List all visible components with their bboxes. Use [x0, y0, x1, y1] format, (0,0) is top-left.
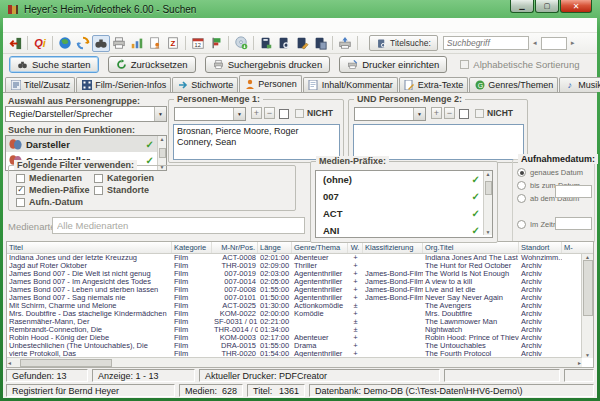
- media-types-input[interactable]: [52, 217, 305, 234]
- media-save-icon[interactable]: [257, 35, 275, 52]
- scroll-down-icon: ▼: [585, 352, 590, 358]
- status-empty-panel: [444, 369, 560, 382]
- prefix-item[interactable]: ANI ✓: [316, 222, 483, 238]
- not-checkbox-1[interactable]: [295, 109, 304, 118]
- person-group-select[interactable]: Regie/Darsteller/Sprecher▼: [5, 106, 167, 122]
- result-row[interactable]: Unbestechlichen (The Untouchables), DieF…: [7, 342, 582, 350]
- person-set-2-textarea[interactable]: [353, 124, 524, 160]
- filter-option[interactable]: Kategorien: [94, 172, 154, 184]
- scroll-right-icon: ►: [577, 360, 582, 366]
- filter-label: Aufn.-Datum: [29, 197, 83, 207]
- media-edit-icon[interactable]: [293, 35, 311, 52]
- tab-extra-texte[interactable]: Extra-Texte: [399, 77, 469, 92]
- printer-setup-button[interactable]: Drucker einrichten: [339, 56, 447, 73]
- register-z-icon[interactable]: Z: [164, 35, 182, 52]
- person-set-1-select[interactable]: ▼: [174, 107, 246, 121]
- filter-option[interactable]: Standorte: [94, 184, 154, 196]
- statistics-chart-icon[interactable]: [128, 35, 146, 52]
- result-row[interactable]: James Bond 007 - Leben und sterben lasse…: [7, 286, 582, 294]
- person-set-1-title: Personen-Menge 1:: [174, 94, 263, 104]
- tab-genres-themen[interactable]: GGenres/Themen: [469, 77, 558, 92]
- tab-personen[interactable]: Personen: [239, 75, 302, 92]
- tab-musik[interactable]: ♪Musik: [559, 77, 600, 92]
- remove-person-button-2[interactable]: −: [444, 107, 455, 119]
- title-search-button[interactable]: Titelsuche:: [369, 35, 438, 51]
- result-row[interactable]: James Bond 007 - Sag niemals nieFilm 007…: [7, 294, 582, 302]
- close-button[interactable]: ✕: [560, 0, 592, 13]
- prefix-item[interactable]: ACT ✓: [316, 205, 483, 222]
- nav-previous-icon[interactable]: ◄: [532, 40, 538, 46]
- add-person-button[interactable]: +: [251, 107, 262, 119]
- media-search-icon[interactable]: [275, 35, 293, 52]
- web-icon[interactable]: [56, 35, 74, 52]
- clear-set-button-2[interactable]: [459, 109, 469, 119]
- remove-person-button[interactable]: −: [264, 107, 275, 119]
- clear-set-button[interactable]: [279, 109, 289, 119]
- print-preview-icon[interactable]: [336, 35, 354, 52]
- tab-inhalt-kommentar[interactable]: Inhalt/Kommentar: [303, 77, 398, 92]
- results-header[interactable]: TitelKategorie M-Nr/Pos.Länge Genre/Them…: [7, 242, 594, 254]
- person-set-1-textarea[interactable]: Brosnan, Pierce Moore, Roger Connery, Se…: [173, 124, 340, 160]
- print-results-button[interactable]: Suchergebnis drucken: [205, 56, 331, 73]
- filter-checkbox[interactable]: [94, 174, 103, 183]
- prefix-item[interactable]: (ohne) ✓: [316, 171, 483, 188]
- person-set-2-select[interactable]: ▼: [354, 107, 426, 121]
- function-item-darsteller[interactable]: Darsteller ✓: [6, 136, 157, 152]
- results-vertical-scrollbar[interactable]: ▲▼: [581, 254, 593, 358]
- date-option-exact[interactable]: genaues Datum: [517, 168, 583, 177]
- calendar-icon[interactable]: 12: [189, 35, 207, 52]
- chevron-down-icon: ▼: [233, 108, 245, 120]
- filter-option[interactable]: ✓ Medien-Päfixe: [16, 184, 92, 196]
- person-preview-icon[interactable]: [146, 35, 164, 52]
- status-bar-app: Registriert für Bernd Heyer Medien:628 T…: [3, 383, 597, 398]
- filter-checkbox[interactable]: ✓: [16, 186, 25, 195]
- radio-icon[interactable]: [517, 168, 526, 177]
- refresh-icon[interactable]: [74, 35, 92, 52]
- current-printer: Aktueller Drucker: PDFCreator: [199, 369, 440, 382]
- filter-checkbox[interactable]: [16, 198, 25, 207]
- result-row[interactable]: Mit Schirm, Charme und MeloneFilm ACT-00…: [7, 302, 582, 310]
- alpha-sort-option[interactable]: Alphabetische Sortierung: [460, 59, 579, 70]
- tab-titel-zusatz[interactable]: Titel/Zusatz: [5, 77, 75, 92]
- tab-stichworte[interactable]: Stichworte: [172, 77, 238, 92]
- date-input-1[interactable]: [555, 185, 592, 198]
- add-person-button-2[interactable]: +: [431, 107, 442, 119]
- qi-logo-icon[interactable]: Qi: [31, 35, 49, 52]
- record-number-input[interactable]: [541, 37, 567, 50]
- filter-checkbox[interactable]: [94, 186, 103, 195]
- result-row[interactable]: Indiana Jones und der letzte KreuzzugFil…: [7, 254, 582, 262]
- result-row[interactable]: Robin Hood - König der DiebeFilm KOM-000…: [7, 334, 582, 342]
- search-input[interactable]: [443, 36, 529, 50]
- client-area: Qi Z 12 Titelsuche:: [3, 18, 597, 398]
- printer-icon[interactable]: [110, 35, 128, 52]
- reset-button[interactable]: Zurücksetzen: [108, 56, 196, 73]
- date-input-2[interactable]: [555, 217, 592, 230]
- cd-export-icon[interactable]: [232, 35, 250, 52]
- alpha-sort-checkbox[interactable]: [460, 60, 469, 69]
- radio-icon[interactable]: [517, 181, 526, 190]
- flag-marker-icon[interactable]: [207, 35, 225, 52]
- tab-film-serien-infos[interactable]: Film-/Serien-Infos: [76, 77, 171, 92]
- result-row[interactable]: Jagd auf Roter OktoberFilm THR-001902:09…: [7, 262, 582, 270]
- search-binoculars-icon[interactable]: [92, 35, 110, 52]
- prefix-item[interactable]: 007 ✓: [316, 188, 483, 205]
- filter-option[interactable]: Aufn.-Datum: [16, 196, 92, 208]
- result-row[interactable]: James Bond 007 - Im Angesicht des TodesF…: [7, 278, 582, 286]
- filter-checkbox[interactable]: [16, 174, 25, 183]
- results-horizontal-scrollbar[interactable]: ◄►: [7, 357, 582, 367]
- filter-option[interactable]: Medienarten: [16, 172, 92, 184]
- exit-icon[interactable]: [6, 35, 24, 52]
- radio-icon[interactable]: [517, 220, 526, 229]
- nav-next-icon[interactable]: ►: [570, 40, 576, 46]
- radio-icon[interactable]: [517, 194, 526, 203]
- start-search-button[interactable]: Suche starten: [9, 56, 99, 73]
- result-row[interactable]: Rasenmäher-Mann, DerFilm SF-0031 / 0102:…: [7, 318, 582, 326]
- result-row[interactable]: James Bond 007 - Die Welt ist nicht genu…: [7, 270, 582, 278]
- result-row[interactable]: Mrs. Doubtfire - Das stachelige Kindermä…: [7, 310, 582, 318]
- media-copy-icon[interactable]: [311, 35, 329, 52]
- prefix-scrollbar[interactable]: ▲▼: [483, 171, 492, 235]
- maximize-button[interactable]: ▢: [535, 0, 559, 13]
- not-checkbox-2[interactable]: [475, 109, 484, 118]
- minimize-button[interactable]: ▁: [510, 0, 534, 13]
- result-row[interactable]: Rembrandt-Connection, DieFilm THR-0014 /…: [7, 326, 582, 334]
